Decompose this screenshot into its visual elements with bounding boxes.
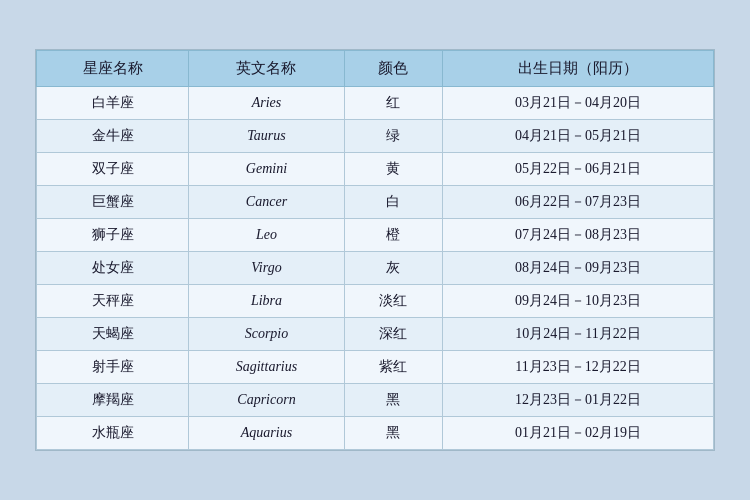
cell-dates: 06月22日－07月23日	[443, 186, 714, 219]
table-row: 天蝎座Scorpio深红10月24日－11月22日	[37, 318, 714, 351]
cell-chinese-name: 水瓶座	[37, 417, 189, 450]
cell-english-name: Leo	[189, 219, 344, 252]
cell-color: 紫红	[344, 351, 443, 384]
header-dates: 出生日期（阳历）	[443, 51, 714, 87]
cell-chinese-name: 巨蟹座	[37, 186, 189, 219]
cell-color: 红	[344, 87, 443, 120]
cell-english-name: Cancer	[189, 186, 344, 219]
cell-color: 黑	[344, 384, 443, 417]
table-row: 摩羯座Capricorn黑12月23日－01月22日	[37, 384, 714, 417]
table-row: 天秤座Libra淡红09月24日－10月23日	[37, 285, 714, 318]
cell-dates: 09月24日－10月23日	[443, 285, 714, 318]
cell-english-name: Scorpio	[189, 318, 344, 351]
table-row: 金牛座Taurus绿04月21日－05月21日	[37, 120, 714, 153]
cell-english-name: Gemini	[189, 153, 344, 186]
cell-chinese-name: 摩羯座	[37, 384, 189, 417]
cell-dates: 05月22日－06月21日	[443, 153, 714, 186]
cell-dates: 10月24日－11月22日	[443, 318, 714, 351]
table-row: 处女座Virgo灰08月24日－09月23日	[37, 252, 714, 285]
cell-chinese-name: 金牛座	[37, 120, 189, 153]
cell-chinese-name: 天秤座	[37, 285, 189, 318]
table-row: 水瓶座Aquarius黑01月21日－02月19日	[37, 417, 714, 450]
cell-chinese-name: 白羊座	[37, 87, 189, 120]
cell-english-name: Capricorn	[189, 384, 344, 417]
header-color: 颜色	[344, 51, 443, 87]
cell-color: 深红	[344, 318, 443, 351]
cell-chinese-name: 处女座	[37, 252, 189, 285]
header-english-name: 英文名称	[189, 51, 344, 87]
cell-dates: 11月23日－12月22日	[443, 351, 714, 384]
table-row: 白羊座Aries红03月21日－04月20日	[37, 87, 714, 120]
table-row: 射手座Sagittarius紫红11月23日－12月22日	[37, 351, 714, 384]
cell-color: 灰	[344, 252, 443, 285]
cell-english-name: Sagittarius	[189, 351, 344, 384]
cell-dates: 01月21日－02月19日	[443, 417, 714, 450]
cell-dates: 04月21日－05月21日	[443, 120, 714, 153]
cell-english-name: Libra	[189, 285, 344, 318]
cell-color: 橙	[344, 219, 443, 252]
cell-english-name: Taurus	[189, 120, 344, 153]
cell-dates: 03月21日－04月20日	[443, 87, 714, 120]
table-row: 双子座Gemini黄05月22日－06月21日	[37, 153, 714, 186]
cell-chinese-name: 狮子座	[37, 219, 189, 252]
cell-chinese-name: 双子座	[37, 153, 189, 186]
cell-english-name: Virgo	[189, 252, 344, 285]
cell-english-name: Aries	[189, 87, 344, 120]
table-row: 狮子座Leo橙07月24日－08月23日	[37, 219, 714, 252]
cell-dates: 08月24日－09月23日	[443, 252, 714, 285]
zodiac-table: 星座名称 英文名称 颜色 出生日期（阳历） 白羊座Aries红03月21日－04…	[36, 50, 714, 450]
cell-chinese-name: 射手座	[37, 351, 189, 384]
cell-dates: 07月24日－08月23日	[443, 219, 714, 252]
zodiac-table-container: 星座名称 英文名称 颜色 出生日期（阳历） 白羊座Aries红03月21日－04…	[35, 49, 715, 451]
header-chinese-name: 星座名称	[37, 51, 189, 87]
cell-color: 淡红	[344, 285, 443, 318]
cell-color: 黄	[344, 153, 443, 186]
cell-color: 白	[344, 186, 443, 219]
table-row: 巨蟹座Cancer白06月22日－07月23日	[37, 186, 714, 219]
cell-dates: 12月23日－01月22日	[443, 384, 714, 417]
cell-english-name: Aquarius	[189, 417, 344, 450]
cell-color: 绿	[344, 120, 443, 153]
cell-chinese-name: 天蝎座	[37, 318, 189, 351]
table-header-row: 星座名称 英文名称 颜色 出生日期（阳历）	[37, 51, 714, 87]
cell-color: 黑	[344, 417, 443, 450]
